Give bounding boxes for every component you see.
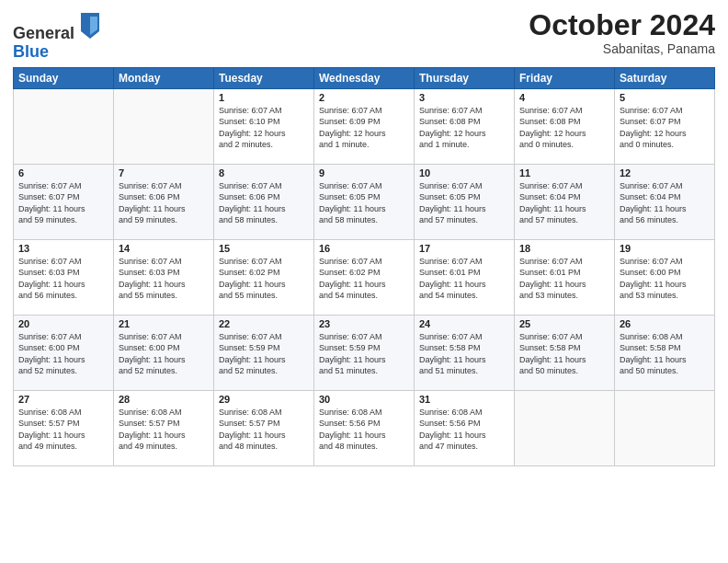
cell-info: Sunrise: 6:07 AMSunset: 5:59 PMDaylight:… [219,331,309,377]
cell-info: Sunrise: 6:07 AMSunset: 6:10 PMDaylight:… [219,105,309,151]
weekday-monday: Monday [114,67,214,88]
day-number: 30 [319,394,409,405]
day-number: 16 [319,243,409,254]
day-number: 31 [419,394,509,405]
day-number: 27 [18,394,108,405]
day-number: 17 [419,243,509,254]
calendar-cell: 16Sunrise: 6:07 AMSunset: 6:02 PMDayligh… [314,239,415,315]
cell-info: Sunrise: 6:07 AMSunset: 6:08 PMDaylight:… [419,105,509,151]
cell-info: Sunrise: 6:08 AMSunset: 5:58 PMDaylight:… [620,331,710,377]
cell-info: Sunrise: 6:08 AMSunset: 5:57 PMDaylight:… [18,407,108,453]
cell-info: Sunrise: 6:07 AMSunset: 5:58 PMDaylight:… [419,331,509,377]
week-row-4: 20Sunrise: 6:07 AMSunset: 6:00 PMDayligh… [14,315,715,390]
day-number: 20 [18,318,108,329]
cell-info: Sunrise: 6:07 AMSunset: 6:08 PMDaylight:… [519,105,609,151]
cell-info: Sunrise: 6:07 AMSunset: 6:06 PMDaylight:… [219,180,309,226]
cell-info: Sunrise: 6:07 AMSunset: 6:09 PMDaylight:… [319,105,409,151]
day-number: 4 [519,92,609,103]
calendar-cell: 30Sunrise: 6:08 AMSunset: 5:56 PMDayligh… [314,390,415,465]
day-number: 26 [620,318,710,329]
calendar-cell: 23Sunrise: 6:07 AMSunset: 5:59 PMDayligh… [314,315,415,390]
cell-info: Sunrise: 6:08 AMSunset: 5:57 PMDaylight:… [219,407,309,453]
calendar-cell: 21Sunrise: 6:07 AMSunset: 6:00 PMDayligh… [114,315,214,390]
calendar-cell: 18Sunrise: 6:07 AMSunset: 6:01 PMDayligh… [515,239,615,315]
day-number: 2 [319,92,409,103]
calendar-cell: 12Sunrise: 6:07 AMSunset: 6:04 PMDayligh… [615,164,715,239]
calendar-cell: 3Sunrise: 6:07 AMSunset: 6:08 PMDaylight… [415,88,515,164]
calendar-cell: 29Sunrise: 6:08 AMSunset: 5:57 PMDayligh… [214,390,314,465]
day-number: 10 [419,167,509,178]
weekday-sunday: Sunday [14,67,114,88]
cell-info: Sunrise: 6:07 AMSunset: 6:05 PMDaylight:… [419,180,509,226]
title-block: October 2024 Sabanitas, Panama [529,9,715,56]
calendar-cell: 13Sunrise: 6:07 AMSunset: 6:03 PMDayligh… [14,239,114,315]
weekday-thursday: Thursday [415,67,515,88]
cell-info: Sunrise: 6:07 AMSunset: 6:02 PMDaylight:… [219,256,309,302]
weekday-wednesday: Wednesday [314,67,415,88]
calendar-cell: 24Sunrise: 6:07 AMSunset: 5:58 PMDayligh… [415,315,515,390]
calendar-cell: 25Sunrise: 6:07 AMSunset: 5:58 PMDayligh… [515,315,615,390]
day-number: 19 [620,243,710,254]
calendar-cell: 15Sunrise: 6:07 AMSunset: 6:02 PMDayligh… [214,239,314,315]
calendar-cell: 28Sunrise: 6:08 AMSunset: 5:57 PMDayligh… [114,390,214,465]
cell-info: Sunrise: 6:08 AMSunset: 5:56 PMDaylight:… [319,407,409,453]
week-row-2: 6Sunrise: 6:07 AMSunset: 6:07 PMDaylight… [14,164,715,239]
calendar-cell: 14Sunrise: 6:07 AMSunset: 6:03 PMDayligh… [114,239,214,315]
cell-info: Sunrise: 6:07 AMSunset: 6:04 PMDaylight:… [620,180,710,226]
day-number: 29 [219,394,309,405]
cell-info: Sunrise: 6:07 AMSunset: 6:05 PMDaylight:… [319,180,409,226]
day-number: 14 [119,243,209,254]
day-number: 21 [119,318,209,329]
calendar-cell: 22Sunrise: 6:07 AMSunset: 5:59 PMDayligh… [214,315,314,390]
day-number: 7 [119,167,209,178]
calendar-cell: 5Sunrise: 6:07 AMSunset: 6:07 PMDaylight… [615,88,715,164]
calendar-cell: 7Sunrise: 6:07 AMSunset: 6:06 PMDaylight… [114,164,214,239]
day-number: 6 [18,167,108,178]
cell-info: Sunrise: 6:07 AMSunset: 6:07 PMDaylight:… [18,180,108,226]
cell-info: Sunrise: 6:07 AMSunset: 6:00 PMDaylight:… [18,331,108,377]
calendar-cell: 4Sunrise: 6:07 AMSunset: 6:08 PMDaylight… [515,88,615,164]
calendar-cell: 31Sunrise: 6:08 AMSunset: 5:56 PMDayligh… [415,390,515,465]
calendar-cell [14,88,114,164]
calendar-table: SundayMondayTuesdayWednesdayThursdayFrid… [13,67,715,466]
day-number: 3 [419,92,509,103]
calendar-cell: 11Sunrise: 6:07 AMSunset: 6:04 PMDayligh… [515,164,615,239]
calendar-cell: 8Sunrise: 6:07 AMSunset: 6:06 PMDaylight… [214,164,314,239]
weekday-header-row: SundayMondayTuesdayWednesdayThursdayFrid… [14,67,715,88]
calendar-cell: 20Sunrise: 6:07 AMSunset: 6:00 PMDayligh… [14,315,114,390]
logo: General Blue [13,13,99,62]
month-title: October 2024 [529,9,715,41]
cell-info: Sunrise: 6:07 AMSunset: 6:01 PMDaylight:… [419,256,509,302]
cell-info: Sunrise: 6:07 AMSunset: 5:58 PMDaylight:… [519,331,609,377]
week-row-5: 27Sunrise: 6:08 AMSunset: 5:57 PMDayligh… [14,390,715,465]
calendar-cell: 27Sunrise: 6:08 AMSunset: 5:57 PMDayligh… [14,390,114,465]
calendar-cell [515,390,615,465]
day-number: 13 [18,243,108,254]
week-row-3: 13Sunrise: 6:07 AMSunset: 6:03 PMDayligh… [14,239,715,315]
weekday-tuesday: Tuesday [214,67,314,88]
cell-info: Sunrise: 6:07 AMSunset: 6:07 PMDaylight:… [620,105,710,151]
calendar-cell: 10Sunrise: 6:07 AMSunset: 6:05 PMDayligh… [415,164,515,239]
day-number: 18 [519,243,609,254]
calendar-cell [114,88,214,164]
logo-blue-text: Blue [13,42,49,61]
cell-info: Sunrise: 6:07 AMSunset: 6:03 PMDaylight:… [119,256,209,302]
calendar-cell: 1Sunrise: 6:07 AMSunset: 6:10 PMDaylight… [214,88,314,164]
cell-info: Sunrise: 6:07 AMSunset: 6:03 PMDaylight:… [18,256,108,302]
calendar-cell: 2Sunrise: 6:07 AMSunset: 6:09 PMDaylight… [314,88,415,164]
cell-info: Sunrise: 6:07 AMSunset: 6:06 PMDaylight:… [119,180,209,226]
day-number: 15 [219,243,309,254]
cell-info: Sunrise: 6:07 AMSunset: 6:00 PMDaylight:… [620,256,710,302]
cell-info: Sunrise: 6:07 AMSunset: 6:04 PMDaylight:… [519,180,609,226]
week-row-1: 1Sunrise: 6:07 AMSunset: 6:10 PMDaylight… [14,88,715,164]
day-number: 25 [519,318,609,329]
cell-info: Sunrise: 6:07 AMSunset: 5:59 PMDaylight:… [319,331,409,377]
day-number: 12 [620,167,710,178]
cell-info: Sunrise: 6:07 AMSunset: 6:00 PMDaylight:… [119,331,209,377]
calendar-cell [615,390,715,465]
logo-general-text: General [13,24,74,42]
cell-info: Sunrise: 6:08 AMSunset: 5:57 PMDaylight:… [119,407,209,453]
location: Sabanitas, Panama [529,41,715,56]
day-number: 23 [319,318,409,329]
day-number: 11 [519,167,609,178]
